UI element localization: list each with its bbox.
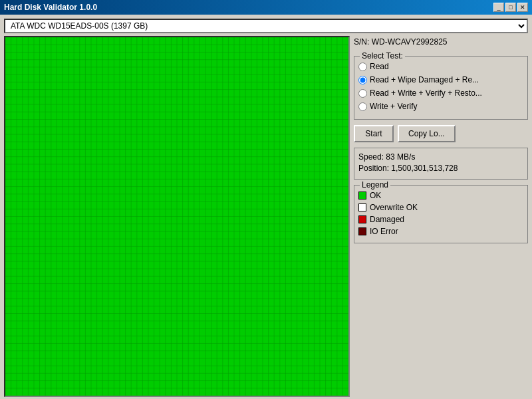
- radio-read-input[interactable]: [358, 63, 367, 71]
- title-bar: Hard Disk Validator 1.0.0 _ □ ✕: [0, 0, 532, 15]
- position-status: Position: 1,500,301,513,728: [358, 164, 523, 173]
- legend-overwrite-label: Overwrite OK: [370, 203, 418, 212]
- copy-log-button[interactable]: Copy Lo...: [398, 125, 456, 142]
- radio-write-verify-input[interactable]: [358, 102, 367, 111]
- radio-write-verify[interactable]: Write + Verify: [358, 102, 523, 111]
- radio-read[interactable]: Read: [358, 62, 523, 71]
- legend-damaged-color: [358, 215, 366, 223]
- drive-select[interactable]: ATA WDC WD15EADS-00S (1397 GB): [4, 19, 528, 33]
- status-section: Speed: 83 MB/s Position: 1,500,301,513,7…: [354, 148, 528, 180]
- content-area: S/N: WD-WCAVY2992825 Select Test: Read R…: [4, 36, 528, 397]
- button-row: Start Copy Lo...: [354, 125, 528, 142]
- radio-read-write-input[interactable]: [358, 89, 367, 98]
- radio-read-wipe-input[interactable]: [358, 76, 367, 84]
- app-title: Hard Disk Validator 1.0.0: [4, 3, 97, 12]
- radio-read-wipe[interactable]: Read + Wipe Damaged + Re...: [358, 75, 523, 84]
- speed-status: Speed: 83 MB/s: [358, 152, 523, 162]
- legend-overwrite-color: [358, 203, 366, 211]
- disk-grid-area: [4, 36, 350, 397]
- legend-damaged-label: Damaged: [370, 215, 404, 224]
- radio-read-write-label: Read + Write + Verify + Resto...: [370, 88, 482, 98]
- legend-overwrite-ok: Overwrite OK: [358, 203, 523, 212]
- disk-grid-svg: [5, 37, 348, 396]
- radio-read-wipe-label: Read + Wipe Damaged + Re...: [370, 75, 479, 84]
- select-test-label: Select Test:: [360, 51, 405, 61]
- legend-damaged: Damaged: [358, 215, 523, 224]
- legend-label: Legend: [360, 180, 390, 190]
- radio-read-write[interactable]: Read + Write + Verify + Resto...: [358, 88, 523, 98]
- window-controls: _ □ ✕: [493, 3, 528, 12]
- start-button[interactable]: Start: [354, 125, 394, 142]
- serial-number: S/N: WD-WCAVY2992825: [354, 36, 528, 48]
- toolbar-row: ATA WDC WD15EADS-00S (1397 GB): [4, 19, 528, 33]
- legend-ok-label: OK: [370, 191, 381, 200]
- select-test-group: Select Test: Read Read + Wipe Damaged + …: [354, 56, 528, 120]
- legend-ok: OK: [358, 191, 523, 200]
- legend-io-error-color: [358, 227, 366, 235]
- window-body: ATA WDC WD15EADS-00S (1397 GB) S/N: WD-W…: [0, 15, 532, 399]
- radio-write-verify-label: Write + Verify: [370, 102, 417, 111]
- maximize-button[interactable]: □: [505, 3, 516, 12]
- legend-ok-color: [358, 192, 366, 200]
- legend-io-error: IO Error: [358, 227, 523, 236]
- legend-group: Legend OK Overwrite OK Damaged IO Error: [354, 185, 528, 243]
- right-panel: S/N: WD-WCAVY2992825 Select Test: Read R…: [354, 36, 528, 397]
- legend-io-error-label: IO Error: [370, 227, 398, 236]
- close-button[interactable]: ✕: [517, 3, 528, 12]
- minimize-button[interactable]: _: [493, 3, 504, 12]
- radio-read-label: Read: [370, 62, 389, 71]
